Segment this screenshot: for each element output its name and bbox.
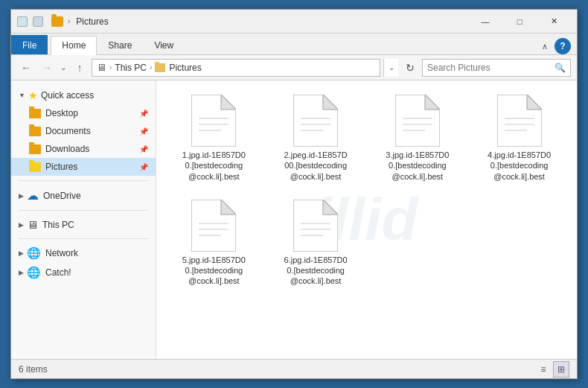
sidebar-divider-1 — [19, 180, 148, 181]
svg-marker-16 — [527, 95, 542, 109]
catch-chevron: ▶ — [19, 269, 24, 276]
file-label: 3.jpg.id-1E857D0 0.[bestdecoding @cock.l… — [386, 150, 449, 182]
file-explorer-window: › Pictures — □ ✕ File Home Share View ∧ — [10, 9, 578, 379]
tab-file[interactable]: File — [11, 35, 48, 54]
sidebar-item-thispc[interactable]: ▶ 🖥 This PC — [11, 215, 156, 234]
items-count: 6 items — [19, 364, 48, 375]
window-title: Pictures — [76, 16, 468, 27]
files-grid: 1.jpg.id-1E857D0 0.[bestdecoding @cock.l… — [165, 89, 568, 292]
pictures-folder-icon — [29, 162, 41, 172]
minimize-button[interactable]: — — [468, 10, 502, 34]
file-item[interactable]: 6.jpg.id-1E857D0 0.[bestdecoding @cock.l… — [267, 194, 365, 292]
sidebar-divider-2 — [19, 210, 148, 211]
sidebar-item-network[interactable]: ▶ 🌐 Network — [11, 244, 156, 263]
path-pictures: Pictures — [169, 63, 201, 73]
content-area: illid 1.jpg.id-1E857D0 0.[bestdecoding @… — [156, 80, 577, 359]
downloads-pin-icon: 📌 — [139, 145, 148, 153]
main-area: ▼ ★ Quick access Desktop 📌 Documents 📌 D… — [11, 80, 577, 359]
path-folder-icon — [155, 63, 165, 72]
catch-icon: 🌐 — [27, 266, 41, 279]
ribbon-collapse-btn[interactable]: ∧ — [538, 39, 552, 53]
file-item[interactable]: 1.jpg.id-1E857D0 0.[bestdecoding @cock.l… — [165, 89, 263, 187]
file-icon — [395, 95, 440, 147]
sidebar: ▼ ★ Quick access Desktop 📌 Documents 📌 D… — [11, 80, 156, 359]
file-label: 2.jpeg.id-1E857D 00.[bestdecoding @cock.… — [284, 150, 348, 182]
file-item[interactable]: 3.jpg.id-1E857D0 0.[bestdecoding @cock.l… — [369, 89, 467, 187]
refresh-button[interactable]: ↻ — [401, 59, 419, 77]
onedrive-label: OneDrive — [43, 191, 81, 201]
tab-share[interactable]: Share — [97, 35, 143, 54]
search-input[interactable] — [427, 63, 552, 73]
sidebar-item-pictures[interactable]: Pictures 📌 — [11, 158, 156, 176]
ribbon-tab-bar: File Home Share View ∧ ? — [11, 34, 577, 54]
network-label: Network — [45, 248, 78, 258]
window-icon: › — [17, 16, 70, 27]
search-icon[interactable]: 🔍 — [555, 63, 566, 73]
file-label: 5.jpg.id-1E857D0 0.[bestdecoding @cock.l… — [182, 255, 246, 287]
close-button[interactable]: ✕ — [537, 10, 571, 34]
thispc-label: This PC — [42, 220, 74, 230]
file-icon — [191, 200, 236, 252]
file-label: 4.jpg.id-1E857D0 0.[bestdecoding @cock.l… — [488, 150, 551, 182]
desktop-folder-icon — [29, 109, 41, 118]
quick-access-star-icon: ★ — [28, 89, 38, 101]
ribbon-extras: ∧ ? — [538, 38, 577, 54]
file-item[interactable]: 4.jpg.id-1E857D0 0.[bestdecoding @cock.l… — [470, 89, 568, 187]
file-label: 6.jpg.id-1E857D0 0.[bestdecoding @cock.l… — [284, 255, 348, 287]
forward-button[interactable]: → — [38, 59, 56, 77]
svg-marker-26 — [323, 200, 338, 214]
search-box[interactable]: 🔍 — [422, 59, 571, 77]
address-path[interactable]: 🖥 › This PC › Pictures — [92, 59, 380, 77]
sidebar-item-documents[interactable]: Documents 📌 — [11, 122, 156, 140]
thispc-monitor-icon: 🖥 — [27, 218, 38, 231]
catch-label: Catch! — [45, 267, 71, 278]
network-chevron: ▶ — [19, 249, 24, 257]
tab-home[interactable]: Home — [51, 36, 97, 55]
pictures-pin-icon: 📌 — [139, 163, 148, 171]
path-this-pc: This PC — [115, 63, 147, 73]
file-icon — [191, 95, 236, 147]
addressbar: ← → ⌄ ↑ 🖥 › This PC › Pictures ⌄ ↻ 🔍 — [11, 55, 577, 80]
list-view-btn[interactable]: ≡ — [535, 361, 552, 378]
file-label: 1.jpg.id-1E857D0 0.[bestdecoding @cock.l… — [182, 150, 246, 182]
back-button[interactable]: ← — [17, 59, 35, 77]
file-item[interactable]: 2.jpeg.id-1E857D 00.[bestdecoding @cock.… — [267, 89, 365, 187]
quick-access-label: Quick access — [41, 90, 94, 101]
sidebar-item-desktop[interactable]: Desktop 📌 — [11, 104, 156, 122]
svg-marker-6 — [323, 95, 338, 109]
downloads-folder-icon — [29, 144, 41, 154]
sidebar-item-catch[interactable]: ▶ 🌐 Catch! — [11, 263, 156, 282]
desktop-pin-icon: 📌 — [139, 109, 148, 118]
address-dropdown[interactable]: ⌄ — [383, 59, 398, 77]
path-monitor-icon: 🖥 — [97, 62, 106, 73]
window-controls: — □ ✕ — [468, 10, 571, 34]
sidebar-section-quick-access[interactable]: ▼ ★ Quick access — [11, 86, 156, 104]
svg-marker-11 — [425, 95, 440, 109]
icon-view-btn[interactable]: ⊞ — [553, 361, 569, 378]
tab-view[interactable]: View — [143, 35, 185, 54]
tb-forward-btn[interactable] — [33, 16, 43, 27]
maximize-button[interactable]: □ — [502, 10, 537, 34]
sidebar-item-onedrive[interactable]: ▶ ☁ OneDrive — [11, 185, 156, 206]
svg-marker-1 — [221, 95, 236, 109]
documents-pin-icon: 📌 — [139, 127, 148, 136]
onedrive-chevron: ▶ — [19, 192, 24, 200]
file-icon — [293, 95, 338, 147]
thispc-chevron: ▶ — [19, 221, 24, 229]
ribbon: File Home Share View ∧ ? — [11, 34, 577, 55]
file-item[interactable]: 5.jpg.id-1E857D0 0.[bestdecoding @cock.l… — [165, 194, 263, 292]
tb-back-btn[interactable] — [17, 16, 28, 27]
view-toggle: ≡ ⊞ — [535, 361, 569, 378]
onedrive-cloud-icon: ☁ — [27, 188, 39, 203]
up-button[interactable]: ↑ — [71, 59, 89, 77]
file-icon — [497, 95, 542, 147]
sidebar-item-downloads[interactable]: Downloads 📌 — [11, 140, 156, 158]
history-chevron[interactable]: ⌄ — [59, 63, 68, 71]
network-icon: 🌐 — [27, 247, 41, 260]
documents-folder-icon — [29, 127, 41, 136]
help-button[interactable]: ? — [555, 38, 571, 54]
sidebar-divider-3 — [19, 238, 148, 239]
quick-access-chevron: ▼ — [19, 92, 25, 99]
titlebar: › Pictures — □ ✕ — [11, 10, 577, 34]
statusbar: 6 items ≡ ⊞ — [11, 359, 577, 378]
